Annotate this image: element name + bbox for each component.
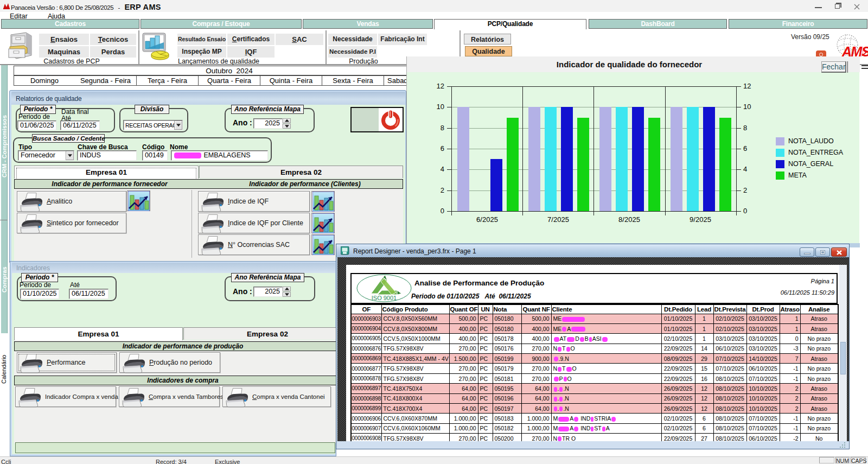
svg-text:ISO 9001: ISO 9001	[372, 295, 397, 301]
